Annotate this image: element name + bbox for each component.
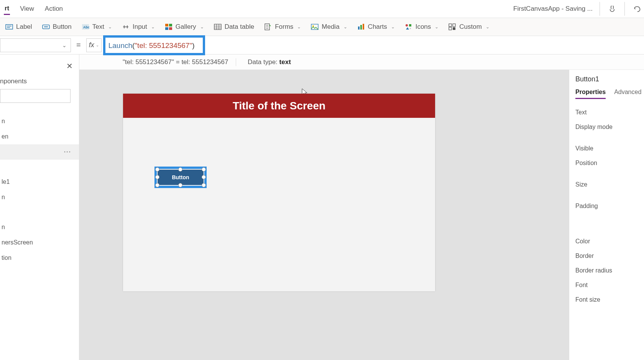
tree-item-label: nersScreen bbox=[2, 239, 33, 246]
ribbon-media[interactable]: Media ⌄ bbox=[311, 23, 347, 31]
app-title: FirstCanvasApp - Saving ... bbox=[513, 5, 593, 13]
ribbon-button-text: Button bbox=[53, 23, 72, 31]
prop-color[interactable]: Color bbox=[575, 234, 644, 249]
equals-sign: = bbox=[71, 41, 86, 50]
canvas-button[interactable]: Button bbox=[158, 170, 204, 185]
formula-highlight-box: Launch("tel: 5551234567") bbox=[103, 35, 205, 55]
more-icon[interactable]: ··· bbox=[64, 149, 71, 155]
screen-title-text: Title of the Screen bbox=[233, 100, 325, 112]
properties-panel: Button1 Properties Advanced Text Display… bbox=[569, 70, 644, 360]
media-icon bbox=[311, 23, 319, 31]
ribbon-forms[interactable]: Forms ⌄ bbox=[264, 23, 301, 31]
custom-icon bbox=[449, 23, 456, 31]
fx-label: fx bbox=[89, 41, 94, 49]
selection-highlight: Button bbox=[154, 167, 207, 188]
resize-handle[interactable] bbox=[155, 183, 159, 187]
prop-border-radius[interactable]: Border radius bbox=[575, 263, 644, 278]
chevron-down-icon: ⌄ bbox=[297, 24, 301, 30]
ribbon-icons-label: Icons bbox=[416, 23, 431, 31]
menu-bar: rt View Action FirstCanvasApp - Saving .… bbox=[0, 0, 644, 18]
ribbon-datatable[interactable]: Data table bbox=[214, 23, 255, 31]
spacer bbox=[575, 227, 644, 234]
formula-string: "tel: 5551234567" bbox=[135, 41, 192, 50]
fx-button[interactable]: fx⌄ bbox=[86, 38, 102, 52]
spacer bbox=[575, 170, 644, 177]
tree-item[interactable]: n bbox=[0, 190, 79, 205]
ribbon-icons[interactable]: + Icons ⌄ bbox=[405, 23, 439, 31]
chevron-down-icon: ⌄ bbox=[108, 24, 112, 30]
datatype-value: text bbox=[279, 58, 291, 66]
insert-ribbon: Label Button Abc Text ⌄ Input ⌄ Gallery … bbox=[0, 18, 644, 36]
prop-font-size[interactable]: Font size bbox=[575, 292, 644, 307]
label-icon bbox=[5, 23, 13, 31]
undo-icon[interactable] bbox=[632, 3, 642, 14]
tree-item[interactable]: le1 bbox=[0, 174, 79, 190]
prop-padding[interactable]: Padding bbox=[575, 199, 644, 213]
prop-font[interactable]: Font bbox=[575, 278, 644, 292]
ribbon-gallery-label: Gallery bbox=[176, 23, 196, 31]
resize-handle[interactable] bbox=[202, 183, 206, 187]
property-selector[interactable]: ⌄ bbox=[0, 38, 71, 52]
svg-rect-9 bbox=[214, 24, 221, 30]
tree-item[interactable]: nersScreen bbox=[0, 235, 79, 250]
formula-datatype: Data type: text bbox=[248, 58, 291, 66]
tab-properties[interactable]: Properties bbox=[575, 89, 606, 99]
formula-result-strip: "tel: 5551234567" = tel: 5551234567 Data… bbox=[0, 54, 644, 70]
ribbon-gallery[interactable]: Gallery ⌄ bbox=[165, 23, 204, 31]
selected-object-name: Button1 bbox=[575, 75, 644, 83]
resize-handle[interactable] bbox=[155, 167, 159, 172]
svg-rect-17 bbox=[409, 24, 411, 26]
tree-item[interactable]: en bbox=[0, 129, 79, 144]
tree-search-input[interactable] bbox=[0, 89, 71, 103]
ribbon-media-label: Media bbox=[322, 23, 339, 31]
svg-rect-22 bbox=[453, 27, 455, 30]
properties-tabs: Properties Advanced bbox=[575, 89, 644, 99]
prop-display-mode[interactable]: Display mode bbox=[575, 120, 644, 134]
resize-handle[interactable] bbox=[202, 167, 206, 172]
ribbon-custom-label: Custom bbox=[459, 23, 482, 31]
menu-item-action[interactable]: Action bbox=[44, 3, 64, 14]
close-icon[interactable]: ✕ bbox=[66, 61, 73, 71]
prop-border[interactable]: Border bbox=[575, 249, 644, 263]
svg-rect-2 bbox=[44, 26, 48, 27]
spacer bbox=[575, 134, 644, 141]
chevron-down-icon: ⌄ bbox=[62, 42, 67, 48]
prop-position[interactable]: Position bbox=[575, 156, 644, 170]
formula-remainder[interactable] bbox=[205, 38, 644, 52]
resize-handle[interactable] bbox=[178, 167, 182, 172]
app-checker-icon[interactable] bbox=[607, 3, 618, 14]
resize-handle[interactable] bbox=[202, 175, 206, 179]
tab-advanced[interactable]: Advanced bbox=[614, 89, 641, 99]
tree-item-selected[interactable]: ··· bbox=[0, 144, 79, 160]
tree-item[interactable]: n bbox=[0, 220, 79, 235]
prop-visible[interactable]: Visible bbox=[575, 141, 644, 156]
menu-item-view[interactable]: View bbox=[19, 3, 35, 14]
resize-handle[interactable] bbox=[155, 175, 159, 179]
app-canvas[interactable]: Title of the Screen Button bbox=[123, 94, 435, 291]
prop-text[interactable]: Text bbox=[575, 105, 644, 120]
tree-item[interactable]: tion bbox=[0, 250, 79, 266]
ribbon-text[interactable]: Abc Text ⌄ bbox=[82, 23, 112, 31]
ribbon-custom[interactable]: Custom ⌄ bbox=[449, 23, 490, 31]
menu-item-insert[interactable]: rt bbox=[4, 3, 10, 15]
chevron-down-icon: ⌄ bbox=[200, 24, 204, 30]
formula-paren: ) bbox=[192, 41, 194, 50]
ribbon-label-text: Label bbox=[16, 23, 32, 31]
titlebar-right: FirstCanvasApp - Saving ... bbox=[513, 2, 642, 16]
ribbon-charts-label: Charts bbox=[368, 23, 387, 31]
svg-rect-5 bbox=[165, 24, 168, 26]
formula-bar: ⌄ = fx⌄ Launch("tel: 5551234567") bbox=[0, 36, 644, 54]
prop-size[interactable]: Size bbox=[575, 177, 644, 192]
formula-input[interactable]: Launch("tel: 5551234567") bbox=[106, 38, 202, 52]
svg-point-16 bbox=[406, 24, 408, 26]
canvas-area: Title of the Screen Button bbox=[79, 70, 569, 360]
svg-rect-6 bbox=[169, 24, 172, 26]
resize-handle[interactable] bbox=[178, 183, 182, 187]
ribbon-button[interactable]: Button bbox=[42, 23, 72, 31]
ribbon-forms-label: Forms bbox=[275, 23, 293, 31]
tree-item-label: le1 bbox=[2, 178, 10, 185]
ribbon-charts[interactable]: Charts ⌄ bbox=[357, 23, 395, 31]
ribbon-input[interactable]: Input ⌄ bbox=[122, 23, 155, 31]
ribbon-label[interactable]: Label bbox=[5, 23, 32, 31]
tree-item[interactable]: n bbox=[0, 114, 79, 129]
